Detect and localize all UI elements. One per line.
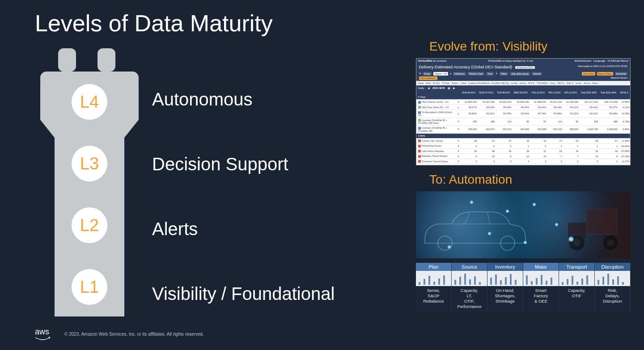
persona-header: Transport xyxy=(559,263,595,271)
dashboard-tab: Config xyxy=(511,82,517,84)
maturity-battery-graphic: L4 L3 L2 L1 xyxy=(40,48,161,316)
dashboard-loaded: Data loaded on 2021-11-21 13:03:59 (UTC-… xyxy=(578,65,627,67)
dashboard-subproduct: for amazon xyxy=(433,59,447,62)
dashboard-tab: DEA D. xyxy=(557,82,564,84)
topbar-link: MyDashboard xyxy=(575,59,591,62)
supply-chain-personas: PlanSourceInventoryMakeTransportDisrupti… xyxy=(416,263,631,312)
dashboard-product: PerfectMile xyxy=(418,59,432,62)
topbar-link: Hi Michael Marco xyxy=(608,59,628,62)
filter-pill: Scope xyxy=(423,72,432,76)
level-l2-code: L2 xyxy=(80,216,99,235)
dashboard-tab: Amzos xyxy=(519,82,526,84)
national-label: National Carriers xyxy=(610,76,627,80)
dashboard-tab: ATS S. xyxy=(528,82,534,84)
persona-thumbnail xyxy=(416,271,452,286)
level-l4-label: Autonomous xyxy=(152,89,335,110)
dashboard-tab: Other xyxy=(461,82,466,84)
dashboard-tab: Rank xyxy=(426,82,431,84)
filter-pill: ship option group xyxy=(510,72,530,76)
dashboard-filters-2: DEA Definitions National Carriers xyxy=(416,76,630,81)
slide: Levels of Data Maturity L4 L3 L2 L1 xyxy=(0,0,644,350)
persona-label: Capacity,LT,OTIF,Performance xyxy=(452,286,487,312)
dashboard-tab: Rates xyxy=(418,82,424,84)
persona-thumbnail xyxy=(452,271,487,286)
network-nodes xyxy=(416,191,631,258)
dashboard-tab: Amzos xyxy=(584,82,590,84)
aws-logo: aws xyxy=(35,327,51,341)
evolve-title: Evolve from: Visibility xyxy=(429,39,631,54)
filter-pill: network xyxy=(532,72,542,76)
right-column: Evolve from: Visibility PerfectMile for … xyxy=(416,39,631,312)
level-l3-label: Decision Support xyxy=(152,154,335,174)
filter-pill: Platform Type xyxy=(468,72,484,76)
persona-label: Sense,S&OPReBalance xyxy=(416,286,452,312)
dashboard-table: SUN-06-NOVMON-07-NOVTUE-08-NOVWED-09-NOV… xyxy=(416,90,630,165)
visibility-dashboard-screenshot: PerfectMile for amazon PerfectMile is be… xyxy=(416,58,631,165)
persona-label: On-Hand,Shortages,Shrinkage xyxy=(487,286,523,312)
persona-label: Risk,Delays,Disruption xyxy=(595,286,631,312)
dashboard-tab: Comi. xyxy=(550,82,555,84)
dashboard-note: PerfectMile is being updated by: 5 out xyxy=(488,59,533,62)
dashboard-tab: Ship V. xyxy=(567,82,574,84)
filter-pill: Region = All xyxy=(433,72,448,76)
level-l2-label: Alerts xyxy=(152,219,335,239)
aws-smile-icon xyxy=(35,337,51,341)
svg-rect-0 xyxy=(58,48,76,72)
svg-rect-1 xyxy=(97,48,115,72)
dashboard-tab: TOM AMZL xyxy=(537,82,548,84)
level-l1-label: Visibility / Foundational xyxy=(152,284,335,304)
to-title: To: Automation xyxy=(429,173,631,187)
dashboard-period: Daily: ◀ 2021-W45 ▦ ▶ xyxy=(416,85,630,90)
filter-pill: Filters xyxy=(500,72,508,76)
persona-header: Disruption xyxy=(595,263,631,271)
dashboard-tab: Direct xyxy=(592,82,598,84)
persona-header: Inventory xyxy=(487,263,523,271)
dashboard-header: Delivery Estimated Accuracy (Global DEA … xyxy=(416,63,630,71)
dashboard-topbar: PerfectMile for amazon PerfectMile is be… xyxy=(416,59,630,63)
filter-pill: DEA Definitions xyxy=(419,76,437,80)
battery-svg: L4 L3 L2 L1 xyxy=(40,48,161,316)
dashboard-tab: Custo. xyxy=(575,82,581,84)
filter-pill: Time xyxy=(486,72,494,76)
filter-pill: Drilldowns xyxy=(453,72,466,76)
dashboard-header-badge: Achieved DEA xyxy=(515,66,535,69)
level-l4-code: L4 xyxy=(80,93,99,111)
persona-label: SmartFactory& OEE xyxy=(523,286,559,312)
filter-pill: Back to Table xyxy=(597,72,613,76)
persona-thumbnail xyxy=(559,271,595,286)
topbar-link: Language xyxy=(593,59,606,62)
page-title: Levels of Data Maturity xyxy=(35,10,273,37)
dashboard-tab: Extern. xyxy=(452,82,459,84)
dashboard-tabs: RatesRankFC Est.FC Exp.Extern.OtherLineh… xyxy=(416,81,630,85)
level-l3-code: L3 xyxy=(80,154,99,173)
dashboard-tab: Linehaul (FirstMile lB + FirstMile OB) D… xyxy=(468,82,509,84)
dashboard-tab: FC Exp. xyxy=(442,82,450,84)
dashboard-tab: FC Est. xyxy=(433,82,441,84)
copyright: © 2023, Amazon Web Services, Inc. or its… xyxy=(64,332,204,337)
dashboard-filters: ⚙ Scope Region = All ● Drilldowns Platfo… xyxy=(416,71,630,76)
footer: aws © 2023, Amazon Web Services, Inc. or… xyxy=(35,327,204,341)
persona-header: Plan xyxy=(416,263,452,271)
persona-header: Make xyxy=(523,263,559,271)
filter-pill: Save View xyxy=(582,72,595,76)
level-l1-code: L1 xyxy=(80,278,99,296)
persona-header: Source xyxy=(452,263,487,271)
level-labels: Autonomous Decision Support Alerts Visib… xyxy=(152,89,335,304)
persona-thumbnail xyxy=(595,271,631,286)
filter-pill: Download xyxy=(615,72,627,76)
automation-image xyxy=(416,191,631,258)
persona-thumbnail xyxy=(487,271,523,286)
persona-thumbnail xyxy=(523,271,559,286)
persona-label: Capacity,OTIF xyxy=(559,286,595,312)
